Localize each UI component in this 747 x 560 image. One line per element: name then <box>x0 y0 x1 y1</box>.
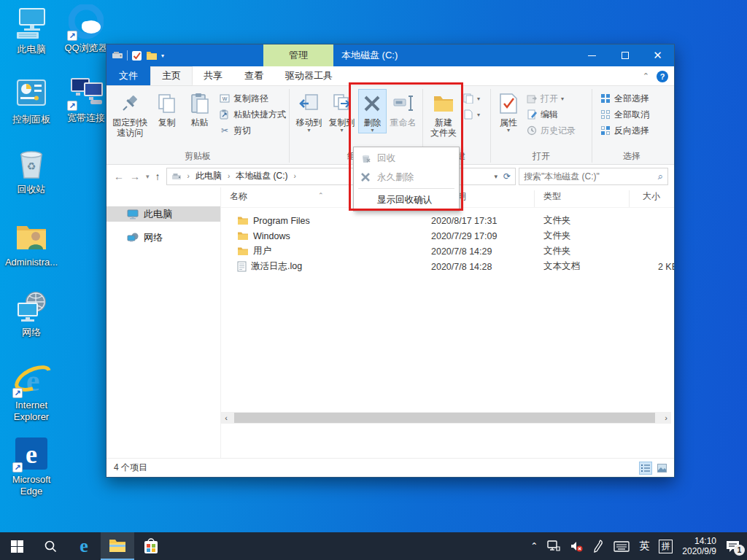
delete-button[interactable]: 删除 ▾ <box>358 89 387 133</box>
desktop-icon-microsoft-edge[interactable]: e ↗ Microsoft Edge <box>0 436 63 497</box>
column-header-type[interactable]: 类型 <box>535 190 630 207</box>
refresh-icon[interactable]: ⟳ <box>503 171 511 182</box>
delete-dropdown-menu: 回收 永久删除 显示回收确认 <box>353 147 460 211</box>
select-none-button[interactable]: 全部取消 <box>600 107 649 122</box>
copy-button[interactable]: 复制 <box>150 89 183 128</box>
breadcrumb-local-disk[interactable]: 本地磁盘 (C:) <box>236 170 287 182</box>
back-icon[interactable]: ← <box>114 171 124 182</box>
desktop-icon-admin-folder[interactable]: Administra... <box>0 219 63 268</box>
windows-logo-icon <box>11 540 23 553</box>
invert-selection-button[interactable]: 反向选择 <box>600 123 649 138</box>
properties-quick-icon[interactable] <box>131 50 142 61</box>
touch-keyboard-icon[interactable] <box>614 541 630 552</box>
taskbar-explorer-button[interactable] <box>101 532 134 560</box>
menu-item-permanent-delete[interactable]: 永久删除 <box>354 168 459 187</box>
scroll-left-icon[interactable]: ‹ <box>221 413 231 422</box>
tab-drive-tools[interactable]: 驱动器工具 <box>274 66 344 85</box>
horizontal-scrollbar[interactable]: ‹ › <box>221 412 671 424</box>
pen-tray-icon[interactable] <box>592 540 604 553</box>
taskbar-store-button[interactable] <box>134 532 168 560</box>
desktop-icon-label: 回收站 <box>0 184 63 195</box>
action-center-icon[interactable]: 1 <box>726 540 740 553</box>
move-to-button[interactable]: 移动到 ▾ <box>293 89 325 133</box>
volume-muted-icon[interactable] <box>570 540 583 552</box>
paste-icon <box>188 92 212 115</box>
menu-item-show-recycle-confirmation[interactable]: 显示回收确认 <box>354 190 459 209</box>
up-icon[interactable]: ↑ <box>155 171 160 182</box>
help-icon[interactable]: ? <box>657 71 668 82</box>
desktop-icon-label: Microsoft Edge <box>0 474 63 497</box>
close-button[interactable]: ✕ <box>641 44 674 66</box>
tray-chevron-up-icon[interactable]: ⌃ <box>530 541 538 551</box>
easy-access-button[interactable]: ▾ <box>462 91 480 106</box>
recent-locations-caret-icon[interactable]: ▾ <box>146 173 150 180</box>
select-all-button[interactable]: 全部选择 <box>600 91 649 106</box>
manage-contextual-tab[interactable]: 管理 <box>263 44 333 66</box>
search-icon[interactable]: ⌕ <box>658 171 663 182</box>
scroll-right-icon[interactable]: › <box>661 413 671 422</box>
address-field[interactable]: › 此电脑 › 本地磁盘 (C:) › ▾ ⟳ <box>166 168 516 185</box>
text-file-icon <box>237 261 247 272</box>
search-input[interactable] <box>524 171 658 182</box>
ime-language-indicator[interactable]: 英 <box>639 540 649 553</box>
copy-path-icon: W <box>219 93 231 104</box>
new-item-button[interactable]: ▾ <box>462 107 480 122</box>
tab-share[interactable]: 共享 <box>193 66 233 85</box>
desktop-icon-control-panel[interactable]: 控制面板 <box>0 76 63 125</box>
file-row[interactable]: Program Files 2020/8/17 17:31 文件夹 <box>221 213 674 228</box>
copy-path-button[interactable]: W 复制路径 <box>219 91 286 106</box>
pin-to-quick-access-button[interactable]: 固定到快速访问 <box>109 89 150 138</box>
desktop-icon-recycle-bin[interactable]: ♻ 回收站 <box>0 146 63 195</box>
taskbar-edge-button[interactable]: e <box>67 532 101 560</box>
microsoft-edge-icon: e ↗ <box>14 436 49 471</box>
file-row[interactable]: 激活日志.log 2020/7/8 14:28 文本文档 2 KB <box>221 259 674 274</box>
search-box[interactable]: ⌕ <box>519 168 668 185</box>
desktop-icon-internet-explorer[interactable]: e ↗ Internet Explorer <box>0 362 63 423</box>
details-view-button[interactable] <box>639 462 652 475</box>
minimize-button[interactable] <box>576 44 608 66</box>
breadcrumb-this-pc[interactable]: 此电脑 <box>196 170 222 182</box>
forward-icon[interactable]: → <box>130 171 140 182</box>
properties-button[interactable]: 属性 ▾ <box>494 89 523 133</box>
svg-text:W: W <box>222 96 228 101</box>
column-header-size[interactable]: 大小 <box>630 190 674 207</box>
window-title: 本地磁盘 (C:) <box>341 44 398 66</box>
rename-button[interactable]: 重命名 <box>387 89 419 128</box>
edit-button[interactable]: 编辑 <box>526 107 576 122</box>
address-history-caret-icon[interactable]: ▾ <box>494 173 498 180</box>
file-row[interactable]: 用户 2020/7/8 14:29 文件夹 <box>221 244 674 259</box>
file-row[interactable]: Windows 2020/7/29 17:09 文件夹 <box>221 228 674 244</box>
large-icons-view-button[interactable] <box>655 462 668 475</box>
tab-view[interactable]: 查看 <box>233 66 274 85</box>
paste-shortcut-button[interactable]: 粘贴快捷方式 <box>219 107 286 122</box>
desktop-icon-this-pc[interactable]: 此电脑 <box>0 6 63 55</box>
this-pc-small-icon <box>127 209 139 219</box>
copy-icon <box>155 92 179 115</box>
tab-home[interactable]: 主页 <box>150 66 193 85</box>
scrollbar-thumb[interactable] <box>234 413 655 423</box>
history-button[interactable]: 历史记录 <box>526 123 576 138</box>
taskbar-clock[interactable]: 14:10 2020/9/9 <box>682 536 716 556</box>
edge-taskbar-icon: e <box>80 537 88 556</box>
new-folder-button[interactable]: 新建文件夹 <box>426 89 461 138</box>
paste-button[interactable]: 粘贴 <box>183 89 216 128</box>
maximize-button[interactable] <box>608 44 641 66</box>
group-open: 属性 ▾ 打开 ▾ 编辑 <box>491 88 592 164</box>
ime-pinyin-indicator[interactable]: 拼 <box>659 540 673 553</box>
taskbar-search-button[interactable] <box>34 532 67 560</box>
tab-file[interactable]: 文件 <box>107 66 150 85</box>
system-tray: ⌃ 英 拼 14:10 2020/9/9 1 <box>530 532 747 560</box>
nav-item-this-pc[interactable]: 此电脑 <box>107 206 220 222</box>
open-button[interactable]: 打开 ▾ <box>526 91 576 106</box>
nav-item-network[interactable]: 网络 <box>107 230 220 245</box>
desktop-icon-network[interactable]: 网络 <box>0 289 63 338</box>
collapse-ribbon-icon[interactable]: ⌃ <box>643 71 649 81</box>
network-tray-icon[interactable] <box>547 540 560 552</box>
cut-button[interactable]: ✂ 剪切 <box>219 123 286 138</box>
menu-item-recycle[interactable]: 回收 <box>354 149 459 168</box>
qat-customize-caret-icon[interactable]: ▾ <box>161 53 164 58</box>
start-button[interactable] <box>0 532 34 560</box>
svg-text:e: e <box>26 440 37 469</box>
copy-to-button[interactable]: 复制到 ▾ <box>325 89 358 133</box>
new-folder-quick-icon[interactable] <box>146 50 158 61</box>
